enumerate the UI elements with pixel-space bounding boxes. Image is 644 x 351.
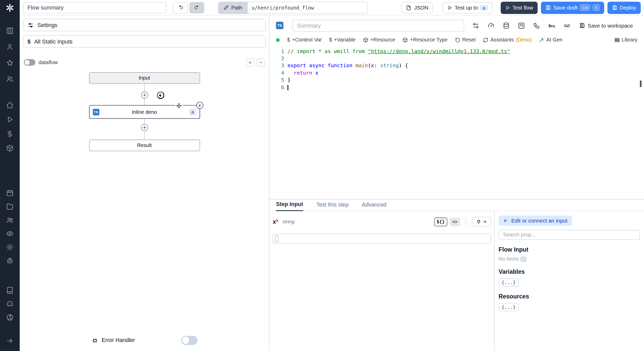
star-icon[interactable] [6,59,14,67]
sidebar-group-links [6,287,14,321]
dataflow-toggle[interactable] [24,59,35,66]
path-edit-button[interactable]: Path [218,2,247,14]
tab-advanced[interactable]: Advanced [362,202,386,211]
collapse-arrow-icon[interactable] [6,337,14,345]
step-id-badge: a [480,5,488,10]
delete-step-icon[interactable] [196,102,203,109]
expr-mode-button[interactable]: ${} [434,217,447,226]
static-inputs-button[interactable]: $ All Static Inputs [23,35,266,48]
deploy-button[interactable]: Deploy [607,2,641,14]
arg-value-input[interactable] [273,234,491,244]
home-icon[interactable] [6,101,14,109]
users-icon[interactable] [6,216,14,224]
dollar-icon[interactable] [6,130,14,138]
add-resource-button[interactable]: +Resource [363,37,395,42]
step-summary-input[interactable] [292,20,464,31]
path-input[interactable] [247,2,368,14]
eye-icon[interactable] [6,230,14,237]
zoom-out-button[interactable]: − [257,58,265,66]
assistants-lang-tag: (Deno) [516,37,532,42]
flow-settings-button[interactable]: Settings [23,19,266,31]
json-button[interactable]: JSON [401,2,433,13]
book-icon[interactable] [6,287,14,294]
flow-summary-input[interactable] [23,2,166,13]
github-icon[interactable] [6,314,14,321]
phone-icon[interactable] [533,22,540,29]
topbar: Path JSON Test up to a Test flow Save dr… [20,0,644,16]
flow-input-empty: No items ([]) [499,256,640,262]
test-flow-button[interactable]: Test flow [501,2,538,14]
variables-object-chip[interactable]: {...} [499,278,519,287]
add-context-var-button[interactable]: $+Context Var [287,37,321,42]
square-kanban-icon[interactable] [518,22,525,29]
play-icon[interactable] [6,116,14,123]
code-lines[interactable]: // import * as wmill from "https://deno.… [287,44,644,91]
dataflow-label: dataflow [39,59,58,65]
windmill-logo-icon[interactable] [5,3,14,12]
trigger-bolt-button[interactable] [157,92,164,99]
robot-icon[interactable] [6,257,14,264]
tab-test-this-step[interactable]: Test this step [316,202,349,211]
redo-button[interactable] [189,2,204,13]
flow-node-input[interactable]: Input [89,72,200,84]
user-group-icon[interactable] [6,75,14,83]
divider [466,218,466,226]
reset-button[interactable]: Reset [455,37,476,42]
save-to-workspace-button[interactable]: Save to workspace [579,22,633,29]
table-icon[interactable] [6,27,14,35]
flow-input-title: Flow Input [499,246,640,253]
edit-connect-input-button[interactable]: Edit or connect an input [499,216,572,226]
tab-step-input[interactable]: Step Input [276,201,303,211]
add-step-button[interactable] [141,92,148,99]
settings-gear-icon[interactable] [6,243,14,251]
code-mode-button[interactable]: <> [450,217,460,226]
add-step-button[interactable] [141,124,148,131]
file-icon [406,5,412,10]
topbar-actions: JSON Test up to a Test flow Save draft C… [401,2,641,14]
refresh-cw-icon [483,37,488,42]
calendar-icon[interactable] [6,189,14,197]
arg-name: x [273,218,276,225]
error-handler-toggle[interactable] [181,336,197,345]
sidebar-group-admin [6,189,14,264]
zoom-in-button[interactable]: + [246,58,254,66]
voicemail-icon[interactable] [564,22,571,29]
library-button[interactable]: Library [614,37,638,42]
add-variable-button[interactable]: $+Variable [329,37,355,42]
package-icon[interactable] [6,144,14,152]
connector [89,84,200,105]
node-label: Result [137,142,152,148]
graph-controls: dataflow + − [23,58,266,66]
step-input-form: x* string ${} <> [269,211,494,351]
flow-node-result[interactable]: Result [89,140,200,151]
flow-node-inline-deno[interactable]: TS Inline deno a [89,105,200,119]
folder-icon[interactable] [6,203,14,210]
add-resource-type-button[interactable]: +Resource Type [403,37,447,42]
save-draft-button[interactable]: Save draft Ctrl S [541,2,604,14]
gauge-icon[interactable] [488,22,495,29]
discord-icon[interactable] [6,300,14,308]
connect-input-button[interactable] [472,217,491,227]
editor-scrollbar-mark[interactable] [640,81,641,87]
dollar-icon: $ [329,37,332,42]
prop-search-input[interactable] [499,230,640,240]
ai-gen-button[interactable]: AI Gen [539,37,562,42]
assistants-button[interactable]: Assistants (Deno) [483,37,531,42]
code-editor[interactable]: 123456 // import * as wmill from "https:… [269,44,644,199]
database-icon[interactable] [503,22,510,29]
typescript-badge: TS [276,22,283,29]
sidebar-group-main [6,101,14,152]
user-icon[interactable] [6,43,14,50]
sliders-icon [28,22,34,28]
play-icon [505,5,510,10]
resources-title: Resources [499,293,640,300]
undo-button[interactable] [173,2,188,13]
swap-arrows-icon[interactable] [472,22,479,29]
variables-title: Variables [499,269,640,275]
pencil-icon [223,5,229,10]
test-up-to-button[interactable]: Test up to a [443,2,492,13]
resources-object-chip[interactable]: {...} [499,303,519,311]
bed-icon[interactable] [548,22,555,29]
input-cursor [275,235,278,242]
move-step-icon[interactable] [175,102,183,109]
